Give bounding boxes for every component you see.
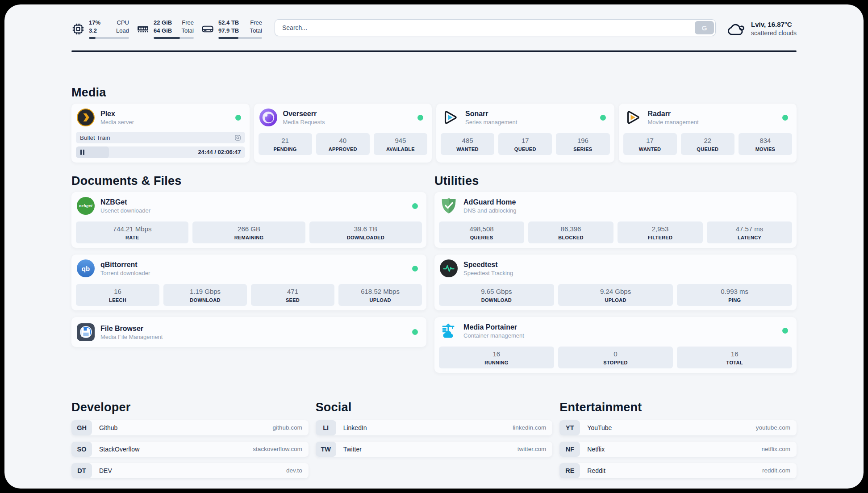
portainer-icon bbox=[440, 322, 458, 340]
bookmark-linkedin[interactable]: LI LinkedIn linkedin.com bbox=[316, 420, 553, 435]
bookmark-name: LinkedIn bbox=[343, 424, 367, 431]
disk-icon bbox=[201, 22, 214, 36]
disk-widget: 52.4 TB 97.9 TB Free Total bbox=[201, 19, 262, 39]
service-card-plex[interactable]: Plex Media server Bullet Train 24:44 / 0… bbox=[71, 104, 250, 163]
bookmark-youtube[interactable]: YT YouTube youtube.com bbox=[559, 420, 797, 435]
stat-box: 2,953FILTERED bbox=[618, 221, 703, 243]
sonarr-icon bbox=[442, 109, 459, 126]
status-online-dot bbox=[782, 115, 788, 121]
search-input[interactable] bbox=[275, 19, 716, 36]
weather-widget: Lviv, 16.87°C scattered clouds bbox=[727, 20, 797, 38]
service-description: Speedtest Tracking bbox=[463, 270, 513, 276]
service-card-adguard[interactable]: AdGuard Home DNS and adblocking 498,508Q… bbox=[434, 192, 797, 248]
cpu-widget: 17% 3.2 CPU Load bbox=[71, 19, 129, 39]
bookmark-abbr: TW bbox=[316, 442, 336, 457]
section-media: Media Plex Media server Bullet Train bbox=[71, 86, 797, 163]
stat-box: 16LEECH bbox=[76, 284, 159, 306]
service-name: Radarr bbox=[648, 109, 699, 118]
service-card-portainer[interactable]: Media Portainer Container management 16R… bbox=[434, 317, 797, 373]
service-card-nzbget[interactable]: nzbget NZBGet Usenet downloader 744.21 M… bbox=[71, 192, 426, 248]
bookmark-netflix[interactable]: NF Netflix netflix.com bbox=[559, 442, 797, 457]
bookmark-name: Github bbox=[99, 424, 117, 431]
stat-box: 834MOVIES bbox=[739, 133, 792, 155]
weather-location: Lviv, 16.87°C bbox=[751, 20, 797, 29]
playback-time: 24:44 / 02:06:47 bbox=[198, 149, 241, 155]
bookmark-abbr: NF bbox=[559, 442, 580, 457]
bookmark-url: stackoverflow.com bbox=[253, 446, 302, 452]
service-description: Usenet downloader bbox=[100, 207, 150, 214]
bookmark-url: reddit.com bbox=[762, 467, 790, 474]
service-card-filebrowser[interactable]: File Browser Media File Management bbox=[71, 317, 426, 347]
header-divider bbox=[71, 50, 797, 52]
service-name: Media Portainer bbox=[463, 323, 524, 332]
status-online-dot bbox=[417, 115, 423, 121]
bookmark-github[interactable]: GH Github github.com bbox=[71, 420, 309, 435]
stat-box: 40APPROVED bbox=[316, 133, 370, 155]
service-card-sonarr[interactable]: Sonarr Series management 485WANTED 17QUE… bbox=[436, 104, 614, 163]
bookmark-name: Reddit bbox=[587, 467, 605, 474]
stat-box: 21PENDING bbox=[259, 133, 312, 155]
stat-box: 16RUNNING bbox=[439, 347, 554, 368]
social-section-title: Social bbox=[316, 401, 553, 414]
stat-box: 618.52 MbpsUPLOAD bbox=[338, 284, 422, 306]
top-bar: 17% 3.2 CPU Load bbox=[71, 19, 797, 39]
service-card-overseerr[interactable]: Overseerr Media Requests 21PENDING 40APP… bbox=[254, 104, 432, 163]
bookmark-twitter[interactable]: TW Twitter twitter.com bbox=[316, 442, 553, 457]
stat-box: 39.6 TBDOWNLOADED bbox=[309, 221, 422, 243]
bookmark-abbr: SO bbox=[71, 442, 92, 457]
stat-box: 17WANTED bbox=[623, 133, 677, 155]
bookmark-abbr: YT bbox=[559, 420, 580, 435]
stat-box: 86,396BLOCKED bbox=[528, 221, 613, 243]
bookmark-abbr: DT bbox=[71, 463, 92, 478]
bookmark-abbr: GH bbox=[71, 420, 92, 435]
bookmark-group-entertainment: Entertainment YT YouTube youtube.com NF … bbox=[559, 401, 797, 478]
bookmark-url: github.com bbox=[273, 424, 302, 431]
resource-widgets: 17% 3.2 CPU Load bbox=[71, 19, 262, 39]
bookmark-dev[interactable]: DT DEV dev.to bbox=[71, 463, 309, 478]
session-options-icon[interactable] bbox=[234, 134, 241, 141]
service-description: Media Requests bbox=[283, 119, 325, 125]
utilities-section-title: Utilities bbox=[434, 174, 797, 188]
speedtest-icon bbox=[440, 259, 458, 277]
playback-progress-bar: 24:44 / 02:06:47 bbox=[76, 146, 245, 158]
stat-box: 22QUEUED bbox=[681, 133, 734, 155]
bookmark-url: youtube.com bbox=[756, 424, 790, 431]
service-name: Plex bbox=[100, 109, 134, 118]
service-card-radarr[interactable]: Radarr Movie management 17WANTED 22QUEUE… bbox=[619, 104, 797, 163]
bookmark-reddit[interactable]: RE Reddit reddit.com bbox=[559, 463, 797, 478]
status-online-dot bbox=[600, 115, 606, 121]
bookmark-name: DEV bbox=[99, 467, 112, 474]
bookmark-name: YouTube bbox=[587, 424, 612, 431]
memory-total-label: Total bbox=[182, 27, 194, 35]
service-card-speedtest[interactable]: Speedtest Speedtest Tracking 9.65 GbpsDO… bbox=[434, 255, 797, 310]
search-provider-button[interactable]: G bbox=[695, 21, 714, 34]
load-label: Load bbox=[116, 27, 129, 35]
disk-total-label: Total bbox=[250, 27, 262, 35]
entertainment-section-title: Entertainment bbox=[559, 401, 797, 414]
status-online-dot bbox=[782, 328, 788, 334]
cpu-usage-value: 17% bbox=[89, 19, 100, 27]
radarr-icon bbox=[624, 109, 642, 126]
status-online-dot bbox=[412, 203, 418, 209]
disk-progress-bar bbox=[218, 37, 262, 39]
memory-total-value: 64 GiB bbox=[154, 27, 172, 35]
memory-progress-bar bbox=[154, 37, 194, 39]
service-description: Series management bbox=[465, 119, 517, 125]
memory-widget: 22 GiB 64 GiB Free Total bbox=[136, 19, 194, 39]
stat-box: 0STOPPED bbox=[558, 347, 673, 368]
disk-free-label: Free bbox=[250, 19, 262, 27]
service-description: Movie management bbox=[648, 119, 699, 125]
stat-box: 471SEED bbox=[251, 284, 334, 306]
stat-box: 9.24 GbpsUPLOAD bbox=[558, 284, 673, 306]
cloud-icon bbox=[727, 21, 746, 37]
weather-condition: scattered clouds bbox=[751, 29, 797, 38]
stat-box: 9.65 GbpsDOWNLOAD bbox=[439, 284, 554, 306]
bookmark-abbr: LI bbox=[316, 420, 336, 435]
stat-box: 16TOTAL bbox=[677, 347, 792, 368]
bookmark-url: twitter.com bbox=[517, 446, 547, 452]
service-card-qbittorrent[interactable]: qb qBittorrent Torrent downloader 16LEEC… bbox=[71, 255, 426, 310]
plex-icon bbox=[77, 109, 95, 126]
bookmark-group-developer: Developer GH Github github.com SO StackO… bbox=[71, 401, 309, 478]
stat-box: 196SERIES bbox=[556, 133, 609, 155]
bookmark-stackoverflow[interactable]: SO StackOverflow stackoverflow.com bbox=[71, 442, 309, 457]
